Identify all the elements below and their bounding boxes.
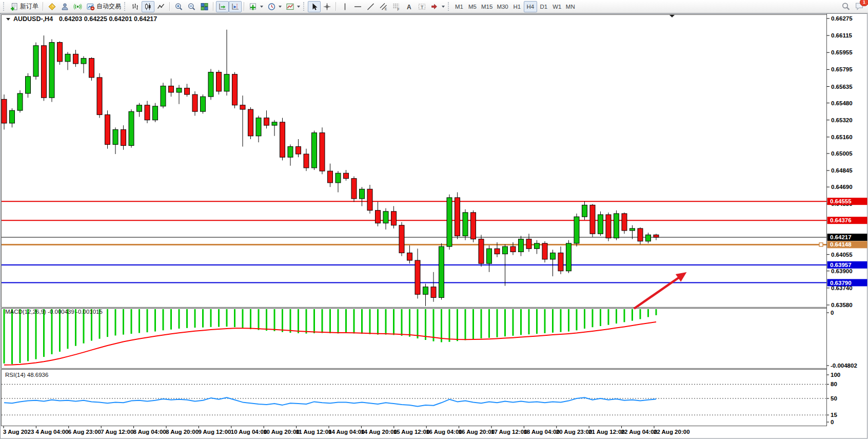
price-tick-label: 0.65320 [831, 117, 853, 123]
price-tick-label: 0.65955 [831, 49, 853, 55]
gold-diamond-button[interactable] [46, 1, 58, 12]
candle-body [598, 215, 603, 234]
equidistant-channel-button[interactable]: E [377, 1, 390, 12]
time-tick-label: 18 Aug 04:00 [523, 429, 560, 435]
macd-tick-label: 0 [831, 310, 834, 316]
candle-body [81, 59, 86, 64]
candle-body [376, 211, 381, 223]
text-label-button[interactable]: T [416, 1, 428, 12]
candle-body [10, 110, 15, 123]
timeframe-w1-button[interactable]: W1 [550, 1, 564, 12]
chart-canvas[interactable]: 0.662750.661150.659550.657950.656350.654… [0, 0, 868, 439]
candlestick-chart-button[interactable] [142, 1, 154, 12]
vertical-line-button[interactable] [339, 1, 351, 12]
candle-body [606, 215, 611, 238]
price-tick-label: 0.64690 [831, 184, 853, 190]
candle-body [463, 213, 468, 236]
add-indicator-icon [249, 3, 258, 11]
candle-body [232, 74, 238, 105]
timeframe-m1-button[interactable]: M1 [452, 1, 466, 12]
rsi-indicator-label: RSI(14) 48.6936 [5, 372, 48, 378]
dropdown-caret-icon [260, 6, 263, 8]
auto-scroll-button[interactable] [216, 1, 229, 12]
timeframe-h4-button[interactable]: H4 [524, 1, 537, 12]
candle-body [288, 146, 293, 157]
svg-text:T: T [421, 4, 424, 9]
horizontal-line-icon [353, 3, 362, 11]
toolbar-grip[interactable] [3, 2, 6, 11]
time-tick-label: 17 Aug 12:00 [491, 429, 527, 435]
chart-shift-button[interactable] [229, 1, 242, 12]
trading-app-window: 0.662750.661150.659550.657950.656350.654… [0, 0, 868, 439]
candle-body [328, 171, 333, 183]
zoom-out-button[interactable] [185, 1, 198, 12]
arrows-button[interactable] [428, 1, 447, 12]
timeframe-h1-button[interactable]: H1 [510, 1, 524, 12]
timeframe-m5-button[interactable]: M5 [466, 1, 479, 12]
indicators-button[interactable] [247, 1, 265, 12]
search-button[interactable] [839, 1, 853, 12]
candle-body [208, 72, 213, 97]
tile-windows-button[interactable] [198, 1, 211, 12]
timeframe-d1-button[interactable]: D1 [537, 1, 550, 12]
text-icon: A [405, 3, 413, 11]
candle-body [2, 99, 7, 123]
text-button[interactable]: A [403, 1, 416, 12]
autotrading-icon [86, 3, 95, 11]
candle-body [630, 228, 635, 231]
line-chart-button[interactable] [154, 1, 167, 12]
zoom-in-button[interactable] [172, 1, 185, 12]
new-order-button[interactable]: 新订单 [8, 1, 41, 12]
candle-body [192, 94, 198, 111]
toolbar-separator [169, 2, 170, 11]
candle-body [320, 133, 325, 171]
templates-button[interactable] [284, 1, 302, 12]
trendline-button[interactable] [364, 1, 377, 12]
candle-body [89, 59, 94, 78]
rsi-tick-label: 50 [831, 395, 837, 402]
candle-body [415, 260, 420, 294]
candle-body [360, 189, 365, 199]
price-panel [2, 15, 827, 308]
toolbar-grip[interactable] [124, 2, 127, 11]
profile-button[interactable] [58, 1, 71, 12]
candle-body [423, 287, 428, 294]
candle-body [479, 239, 484, 264]
toolbar-grip[interactable] [448, 2, 450, 11]
time-tick-label: 7 Aug 12:00 [101, 429, 133, 435]
crosshair-button[interactable] [321, 1, 333, 12]
timeframe-m15-button[interactable]: M15 [479, 1, 495, 12]
candle-body [153, 106, 158, 120]
timeframe-m30-button[interactable]: M30 [495, 1, 510, 12]
candle-body [312, 133, 317, 168]
zoom-in-icon [174, 3, 183, 11]
cursor-button[interactable] [308, 1, 321, 12]
candle-body [105, 114, 110, 144]
time-tick-label: 22 Aug 04:00 [621, 429, 658, 435]
fibonacci-button[interactable]: F [390, 1, 403, 12]
tile-windows-icon [200, 3, 209, 11]
signals-button[interactable] [71, 1, 84, 12]
horizontal-line-button[interactable] [351, 1, 364, 12]
toolbar-grip[interactable] [303, 2, 306, 11]
candle-body [256, 118, 261, 136]
dropdown-caret-icon [279, 6, 282, 8]
candle-body [399, 225, 404, 253]
candle-body [654, 235, 659, 237]
candle-body [42, 46, 47, 98]
price-tick-label: 0.66115 [831, 32, 853, 39]
toolbar-separator [244, 2, 245, 11]
price-tick-label: 0.64055 [831, 252, 853, 258]
candle-body [447, 198, 452, 246]
candle-body [351, 179, 357, 199]
bar-chart-button[interactable] [129, 1, 142, 12]
price-tick-label: 0.64845 [831, 167, 853, 174]
timeframe-mn-button[interactable]: MN [564, 1, 577, 12]
candle-body [97, 78, 102, 114]
time-tick-label: 20 Aug 23:00 [556, 429, 593, 435]
autotrading-button[interactable]: 自动交易 [84, 1, 123, 12]
periods-button[interactable] [265, 1, 284, 12]
candle-body [49, 43, 54, 98]
candle-body [113, 129, 118, 144]
cursor-arrow-icon [310, 3, 319, 11]
